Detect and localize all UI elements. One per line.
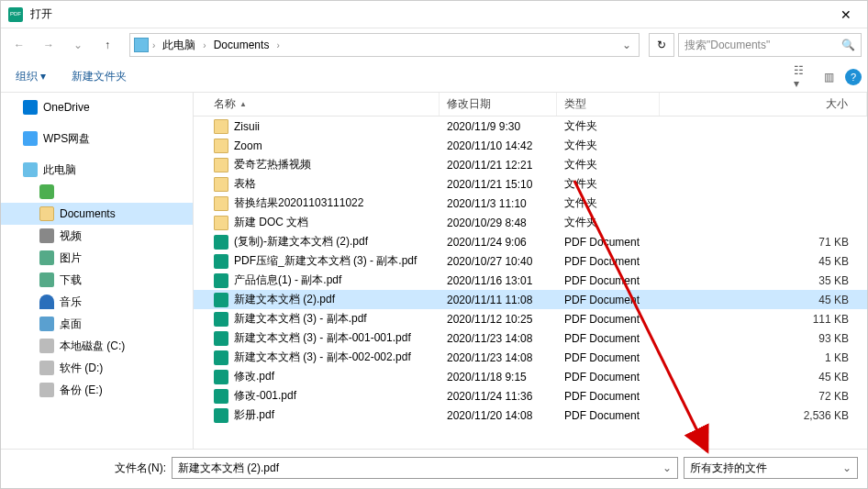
file-date: 2020/11/23 14:08 xyxy=(440,351,557,364)
file-row[interactable]: 新建文本文档 (3) - 副本.pdf2020/11/12 10:25PDF D… xyxy=(194,309,867,328)
pdf-icon xyxy=(214,254,228,269)
file-row[interactable]: 新建 DOC 文档2020/10/29 8:48文件夹 xyxy=(194,213,867,232)
crumb-folder[interactable]: Documents xyxy=(210,37,273,53)
file-name: 新建文本文档 (3) - 副本.pdf xyxy=(234,311,367,327)
preview-pane-button[interactable]: ▥ xyxy=(819,68,838,86)
filename-label: 文件名(N): xyxy=(102,461,166,476)
file-row[interactable]: 表格2020/11/21 15:10文件夹 xyxy=(194,174,867,194)
search-placeholder: 搜索"Documents" xyxy=(684,38,770,53)
filename-input[interactable]: 新建文本文档 (2).pdf ⌄ xyxy=(172,457,678,479)
sidebar-desktop[interactable]: 桌面 xyxy=(1,313,193,335)
dropdown-icon[interactable]: ⌄ xyxy=(842,461,851,474)
file-size: 35 KB xyxy=(660,274,867,287)
breadcrumb[interactable]: › 此电脑 › Documents › ⌄ xyxy=(129,33,640,57)
file-size: 1 KB xyxy=(660,351,867,364)
file-type: PDF Document xyxy=(557,390,660,403)
file-list[interactable]: Zisuii2020/11/9 9:30文件夹Zoom2020/11/10 14… xyxy=(194,117,867,449)
file-row[interactable]: 新建文本文档 (3) - 副本-002-002.pdf2020/11/23 14… xyxy=(194,348,867,367)
help-button[interactable]: ? xyxy=(845,69,862,85)
file-type: 文件夹 xyxy=(557,118,660,134)
file-row[interactable]: PDF压缩_新建文本文档 (3) - 副本.pdf2020/10/27 10:4… xyxy=(194,251,867,271)
organize-button[interactable]: 组织 ▾ xyxy=(6,65,55,88)
file-name: 爱奇艺热播视频 xyxy=(234,157,311,172)
pc-icon xyxy=(134,38,149,52)
file-date: 2020/11/9 9:30 xyxy=(440,120,557,133)
file-name: 新建文本文档 (3) - 副本-001-001.pdf xyxy=(234,330,411,346)
file-type: PDF Document xyxy=(557,371,660,383)
file-size: 72 KB xyxy=(660,390,867,403)
file-row[interactable]: 产品信息(1) - 副本.pdf2020/11/16 13:01PDF Docu… xyxy=(194,271,867,290)
file-row[interactable]: 修改-001.pdf2020/11/24 11:36PDF Document72… xyxy=(194,386,867,406)
sidebar-documents[interactable]: Documents xyxy=(1,203,193,225)
pdf-icon xyxy=(214,370,228,384)
file-size: 93 KB xyxy=(660,332,867,345)
file-name: Zisuii xyxy=(234,120,260,133)
folder-icon xyxy=(214,177,228,192)
file-date: 2020/11/16 13:01 xyxy=(440,274,557,287)
video-icon xyxy=(39,228,54,243)
sidebar-green-folder[interactable] xyxy=(1,181,193,203)
sidebar-pc[interactable]: 此电脑 xyxy=(1,159,193,181)
forward-button: → xyxy=(36,34,61,56)
file-type: PDF Document xyxy=(557,332,660,345)
pdf-icon xyxy=(214,408,228,423)
sidebar-wps[interactable]: WPS网盘 xyxy=(1,128,193,150)
file-date: 2020/11/21 15:10 xyxy=(440,178,557,191)
col-date[interactable]: 修改日期 xyxy=(440,93,557,116)
new-folder-button[interactable]: 新建文件夹 xyxy=(62,65,136,88)
file-row[interactable]: 爱奇艺热播视频2020/11/21 12:21文件夹 xyxy=(194,155,867,174)
file-name: 替换结果20201103111022 xyxy=(234,195,363,211)
pdf-icon xyxy=(214,350,228,365)
file-row[interactable]: Zisuii2020/11/9 9:30文件夹 xyxy=(194,117,867,136)
sidebar-disk-c[interactable]: 本地磁盘 (C:) xyxy=(1,335,193,357)
col-name[interactable]: 名称▲ xyxy=(206,93,440,116)
file-row[interactable]: (复制)-新建文本文档 (2).pdf2020/11/24 9:06PDF Do… xyxy=(194,232,867,251)
file-size: 45 KB xyxy=(660,255,867,268)
sidebar-pictures[interactable]: 图片 xyxy=(1,247,193,269)
back-button[interactable]: ← xyxy=(6,34,32,56)
col-size[interactable]: 大小 xyxy=(660,93,867,116)
file-type-filter[interactable]: 所有支持的文件 ⌄ xyxy=(684,457,858,479)
crumb-root[interactable]: 此电脑 xyxy=(159,36,199,55)
file-date: 2020/11/21 12:21 xyxy=(440,159,557,172)
search-icon: 🔍 xyxy=(841,39,855,51)
chevron-right-icon: › xyxy=(203,40,206,50)
refresh-button[interactable]: ↻ xyxy=(649,33,674,57)
file-row[interactable]: 影册.pdf2020/11/20 14:08PDF Document2,536 … xyxy=(194,406,867,425)
sidebar-music[interactable]: 音乐 xyxy=(1,291,193,313)
dropdown-icon[interactable]: ⌄ xyxy=(662,461,672,474)
file-name: Zoom xyxy=(234,139,262,152)
folder-icon xyxy=(214,139,228,153)
recent-dropdown[interactable]: ⌄ xyxy=(65,34,91,56)
file-size: 45 KB xyxy=(660,294,867,306)
sidebar-disk-d[interactable]: 软件 (D:) xyxy=(1,357,193,379)
pc-icon xyxy=(23,162,38,177)
file-row[interactable]: 新建文本文档 (2).pdf2020/11/11 11:08PDF Docume… xyxy=(194,290,867,309)
sidebar-disk-e[interactable]: 备份 (E:) xyxy=(1,379,193,401)
file-date: 2020/11/11 11:08 xyxy=(440,294,557,306)
footer: 文件名(N): 新建文本文档 (2).pdf ⌄ 所有支持的文件 ⌄ 打开(O)… xyxy=(1,449,867,489)
close-button[interactable]: ✕ xyxy=(832,7,860,22)
sidebar-video[interactable]: 视频 xyxy=(1,225,193,247)
music-icon xyxy=(39,295,54,309)
file-row[interactable]: 替换结果202011031110222020/11/3 11:10文件夹 xyxy=(194,194,867,213)
chevron-right-icon: › xyxy=(152,40,155,50)
search-input[interactable]: 搜索"Documents" 🔍 xyxy=(678,33,862,57)
file-name: 修改-001.pdf xyxy=(234,388,296,404)
sidebar-onedrive[interactable]: OneDrive xyxy=(1,96,193,118)
file-date: 2020/11/18 9:15 xyxy=(440,371,557,383)
pdf-icon xyxy=(214,312,228,327)
file-type: PDF Document xyxy=(557,351,660,364)
file-type: PDF Document xyxy=(557,274,660,287)
file-date: 2020/11/24 11:36 xyxy=(440,390,557,403)
file-row[interactable]: 修改.pdf2020/11/18 9:15PDF Document45 KB xyxy=(194,367,867,386)
breadcrumb-dropdown[interactable]: ⌄ xyxy=(618,39,635,51)
view-options-button[interactable]: ☷ ▾ xyxy=(794,68,812,86)
file-name: (复制)-新建文本文档 (2).pdf xyxy=(234,234,368,250)
col-type[interactable]: 类型 xyxy=(557,93,660,116)
file-row[interactable]: 新建文本文档 (3) - 副本-001-001.pdf2020/11/23 14… xyxy=(194,328,867,348)
up-button[interactable]: ↑ xyxy=(95,34,120,56)
sidebar-downloads[interactable]: 下载 xyxy=(1,269,193,291)
file-row[interactable]: Zoom2020/11/10 14:42文件夹 xyxy=(194,136,867,155)
pictures-icon xyxy=(39,250,54,265)
